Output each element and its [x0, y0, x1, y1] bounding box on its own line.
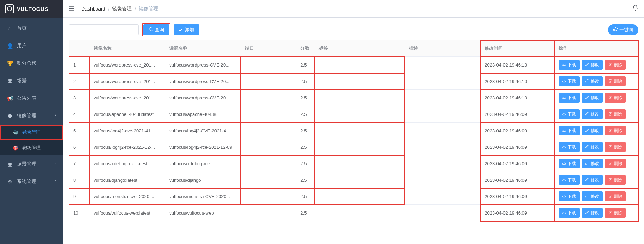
cell-vuln: vulfocus/vulfocus-web — [165, 205, 241, 221]
col-vuln[interactable]: 漏洞名称 — [165, 40, 241, 57]
refresh-icon — [613, 27, 618, 33]
sync-button[interactable]: 一键同 — [608, 24, 638, 35]
download-button[interactable]: 下载 — [559, 109, 580, 119]
hamburger-icon[interactable]: ☰ — [69, 5, 74, 13]
cell-index: 3 — [69, 90, 89, 106]
sidebar-menu: ⌂首页👤用户🏆积分总榜▦场景📢公告列表⬢镜像管理˄🐳镜像管理🎯靶场管理▦场景管理… — [0, 18, 63, 190]
download-icon — [562, 210, 566, 215]
scene-mgmt-icon: ▦ — [7, 161, 13, 167]
edit-button[interactable]: 修改 — [582, 208, 603, 218]
edit-icon — [585, 95, 589, 100]
sidebar-item-users[interactable]: 👤用户 — [0, 37, 63, 55]
download-button[interactable]: 下载 — [559, 76, 580, 86]
edit-icon — [585, 128, 589, 133]
edit-button[interactable]: 修改 — [582, 126, 603, 135]
col-mtime[interactable]: 修改时间 — [480, 40, 554, 57]
col-desc[interactable]: 描述 — [405, 40, 480, 57]
add-button[interactable]: 添加 — [174, 24, 199, 35]
sidebar-item-range-mgmt[interactable]: 🎯靶场管理 — [0, 140, 63, 155]
edit-icon — [585, 161, 589, 166]
query-button[interactable]: 查询 — [143, 24, 169, 35]
edit-button[interactable]: 修改 — [582, 175, 603, 185]
edit-icon — [585, 145, 589, 149]
delete-button[interactable]: 删除 — [605, 76, 626, 86]
cell-name: vulfocus/wordpress-cve_201... — [89, 57, 165, 73]
cell-vuln: vulfocus/monstra-CVE-2020... — [165, 188, 241, 205]
col-name[interactable]: 镜像名称 — [89, 40, 165, 57]
sidebar-item-label: 镜像管理 — [17, 113, 36, 119]
image-table: 镜像名称 漏洞名称 端口 分数 标签 描述 修改时间 操作 1vulfocus/… — [69, 40, 638, 221]
cell-index: 6 — [69, 139, 89, 155]
download-icon — [562, 194, 566, 199]
cell-ops: 下载修改删除 — [554, 205, 638, 221]
download-button[interactable]: 下载 — [559, 159, 580, 168]
download-button[interactable]: 下载 — [559, 142, 580, 152]
delete-button[interactable]: 删除 — [605, 142, 626, 152]
download-button[interactable]: 下载 — [559, 93, 580, 103]
table-header-row: 镜像名称 漏洞名称 端口 分数 标签 描述 修改时间 操作 — [69, 40, 638, 57]
image-mgmt-sub-icon: 🐳 — [13, 130, 18, 135]
cell-tag — [315, 57, 405, 73]
edit-button[interactable]: 修改 — [582, 60, 603, 70]
sidebar-item-system-mgmt[interactable]: ⚙系统管理˅ — [0, 173, 63, 190]
cell-desc — [405, 106, 480, 123]
bell-icon[interactable] — [632, 5, 638, 12]
col-tag[interactable]: 标签 — [315, 40, 405, 57]
search-icon — [149, 27, 153, 33]
delete-button[interactable]: 删除 — [605, 93, 626, 103]
edit-button[interactable]: 修改 — [582, 93, 603, 103]
download-icon — [562, 128, 566, 133]
breadcrumb-item[interactable]: Dashboard — [81, 6, 105, 12]
sidebar-item-label: 首页 — [17, 25, 27, 32]
edit-button[interactable]: 修改 — [582, 142, 603, 152]
sidebar-item-scene[interactable]: ▦场景 — [0, 72, 63, 90]
delete-button[interactable]: 删除 — [605, 208, 626, 218]
sidebar-item-announcements[interactable]: 📢公告列表 — [0, 90, 63, 107]
cell-name: vulfocus/log4j2-cve-2021-41... — [89, 123, 165, 139]
download-button[interactable]: 下载 — [559, 126, 580, 135]
edit-button[interactable]: 修改 — [582, 76, 603, 86]
edit-button[interactable]: 修改 — [582, 191, 603, 201]
cell-ops: 下载修改删除 — [554, 73, 638, 90]
cell-port — [241, 123, 296, 139]
download-button[interactable]: 下载 — [559, 191, 580, 201]
breadcrumb-item[interactable]: 镜像管理 — [112, 6, 132, 12]
scoreboard-icon: 🏆 — [7, 61, 13, 66]
cell-tag — [315, 139, 405, 155]
edit-button[interactable]: 修改 — [582, 109, 603, 119]
table-row: 7vulfocus/xdebug_rce:latestvulfocus/xdeb… — [69, 155, 638, 172]
cell-mtime: 2023-04-02 19:46:09 — [480, 188, 554, 205]
search-input[interactable] — [69, 24, 139, 35]
delete-button[interactable]: 删除 — [605, 109, 626, 119]
cell-desc — [405, 73, 480, 90]
delete-button[interactable]: 删除 — [605, 60, 626, 70]
download-icon — [562, 145, 566, 149]
col-port[interactable]: 端口 — [241, 40, 296, 57]
col-score[interactable]: 分数 — [296, 40, 315, 57]
download-button[interactable]: 下载 — [559, 175, 580, 185]
download-button[interactable]: 下载 — [559, 60, 580, 70]
delete-button[interactable]: 删除 — [605, 159, 626, 168]
sidebar-item-scoreboard[interactable]: 🏆积分总榜 — [0, 55, 63, 72]
cell-vuln: vulfocus/xdebug-rce — [165, 155, 241, 172]
cell-score: 2.5 — [296, 155, 315, 172]
chevron-up-icon: ˄ — [54, 114, 56, 118]
sidebar-item-image-mgmt-sub[interactable]: 🐳镜像管理 — [0, 125, 63, 140]
edit-button[interactable]: 修改 — [582, 159, 603, 168]
sidebar-item-label: 系统管理 — [17, 179, 36, 185]
sidebar-item-image-mgmt[interactable]: ⬢镜像管理˄ — [0, 107, 63, 125]
breadcrumb-sep: / — [135, 6, 136, 12]
cell-port — [241, 172, 296, 188]
edit-icon — [585, 112, 589, 117]
cell-vuln: vulfocus/log4j2-rce-2021-12-09 — [165, 139, 241, 155]
sidebar-item-home[interactable]: ⌂首页 — [0, 20, 63, 37]
delete-button[interactable]: 删除 — [605, 175, 626, 185]
download-button[interactable]: 下载 — [559, 208, 580, 218]
logo[interactable]: VULFOCUS — [0, 0, 63, 18]
delete-button[interactable]: 删除 — [605, 126, 626, 135]
sidebar-item-scene-mgmt[interactable]: ▦场景管理˅ — [0, 155, 63, 173]
cell-score: 2.5 — [296, 205, 315, 221]
add-button-label: 添加 — [185, 27, 194, 33]
cell-score: 2.5 — [296, 106, 315, 123]
delete-button[interactable]: 删除 — [605, 191, 626, 201]
